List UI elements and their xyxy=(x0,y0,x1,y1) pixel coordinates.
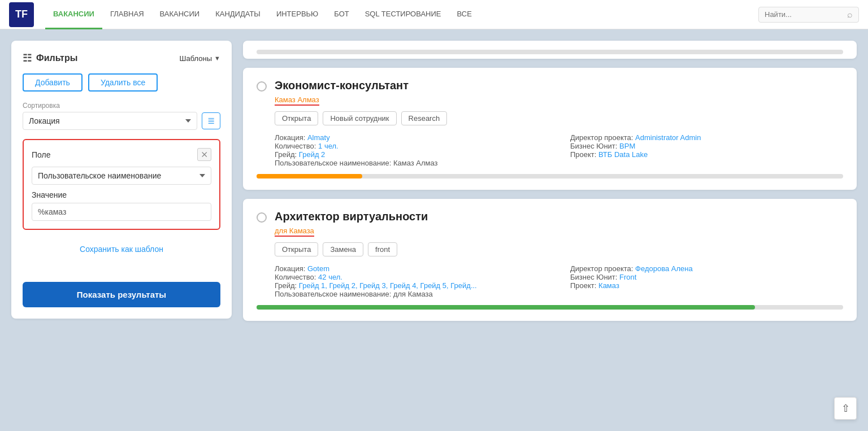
nav-links: ВАКАНСИИ ГЛАВНАЯ ВАКАНСИИ КАНДИДАТЫ ИНТЕ… xyxy=(45,0,758,29)
progress-bar-1 xyxy=(257,174,362,179)
job-tags-1: Открыта Новый сотрудник Research xyxy=(275,111,843,125)
nav-candidates[interactable]: КАНДИДАТЫ xyxy=(207,0,268,29)
job-card-header-2: Архитектор виртуальности для Камаза xyxy=(257,210,843,237)
filter-value-input[interactable] xyxy=(32,203,211,221)
filter-header: ☷ Фильтры Шаблоны ▼ xyxy=(23,52,220,64)
job-card-2: Архитектор виртуальности для Камаза Откр… xyxy=(243,199,857,321)
search-bar: ⌕ xyxy=(758,7,859,23)
detail-bu-2: Бизнес Юнит: Front xyxy=(570,273,843,281)
sort-label: Сортировка xyxy=(23,102,220,110)
grade-link-2[interactable]: Грейд 1, Грейд 2, Грейд 3, Грейд 4, Грей… xyxy=(299,281,477,290)
add-filter-button[interactable]: Добавить xyxy=(23,73,83,92)
count-link-1[interactable]: 1 чел. xyxy=(318,142,338,150)
job-card-header-1: Экономист-консультант Камаз Алмаз xyxy=(257,79,843,106)
filter-actions: Добавить Удалить все xyxy=(23,73,220,92)
sort-section: Сортировка Локация ≣ xyxy=(23,102,220,130)
detail-grade-2: Грейд: Грейд 1, Грейд 2, Грейд 3, Грейд … xyxy=(275,281,548,290)
progress-bar-container-2 xyxy=(257,305,843,310)
job-title-area-2: Архитектор виртуальности для Камаза xyxy=(275,210,843,237)
director-link-1[interactable]: Administrator Admin xyxy=(635,133,701,142)
detail-custom-name-2: Пользовательское наименование: для Камаз… xyxy=(275,290,548,298)
sort-row: Локация ≣ xyxy=(23,112,220,130)
job-title-1: Экономист-консультант xyxy=(275,79,843,92)
show-results-button[interactable]: Показать результаты xyxy=(23,282,220,307)
location-link-2[interactable]: Gotem xyxy=(307,264,329,273)
filter-panel: ☷ Фильтры Шаблоны ▼ Добавить Удалить все… xyxy=(11,41,232,319)
nav-sql[interactable]: SQL ТЕСТИРОВАНИЕ xyxy=(357,0,449,29)
nav-bot[interactable]: БОТ xyxy=(326,0,357,29)
search-icon: ⌕ xyxy=(847,10,853,20)
filter-icon: ☷ xyxy=(23,52,32,64)
nav-home[interactable]: ГЛАВНАЯ xyxy=(102,0,152,29)
job-tag: Замена xyxy=(323,242,363,256)
progress-bar-container-1 xyxy=(257,174,843,179)
grade-link-1[interactable]: Грейд 2 xyxy=(299,150,325,159)
remove-all-button[interactable]: Удалить все xyxy=(88,73,158,92)
nav-all[interactable]: ВСЕ xyxy=(449,0,480,29)
nav-vacancies[interactable]: ВАКАНСИИ xyxy=(152,0,208,29)
project-link-1[interactable]: ВТБ Data Lake xyxy=(598,150,648,159)
detail-custom-name-1: Пользовательское наименование: Камаз Алм… xyxy=(275,159,548,167)
detail-count-1: Количество: 1 чел. xyxy=(275,142,548,150)
detail-project-1: Проект: ВТБ Data Lake xyxy=(570,150,843,159)
detail-location-1: Локация: Almaty xyxy=(275,133,548,142)
detail-count-2: Количество: 42 чел. xyxy=(275,273,548,281)
job-subtitle-1: Камаз Алмаз xyxy=(275,95,319,106)
job-tag: Открыта xyxy=(275,242,318,256)
filter-block: Поле ⨯ Пользовательское наименование Зна… xyxy=(23,139,220,230)
detail-director-1: Директор проекта: Administrator Admin xyxy=(570,133,843,142)
job-radio-2[interactable] xyxy=(257,212,267,223)
project-link-2[interactable]: Камаз xyxy=(598,281,619,290)
director-link-2[interactable]: Федорова Алена xyxy=(635,264,693,273)
results-panel: Экономист-консультант Камаз Алмаз Открыт… xyxy=(232,41,857,420)
count-link-2[interactable]: 42 чел. xyxy=(318,273,342,281)
job-title-area-1: Экономист-консультант Камаз Алмаз xyxy=(275,79,843,106)
detail-director-2: Директор проекта: Федорова Алена xyxy=(570,264,843,273)
job-subtitle-2: для Камаза xyxy=(275,227,314,237)
detail-bu-1: Бизнес Юнит: BPM xyxy=(570,142,843,150)
filter-title: ☷ Фильтры xyxy=(23,52,77,64)
job-tag: Открыта xyxy=(275,111,318,125)
sort-order-button[interactable]: ≣ xyxy=(202,112,220,129)
navbar: TF ВАКАНСИИ ГЛАВНАЯ ВАКАНСИИ КАНДИДАТЫ И… xyxy=(0,0,868,29)
job-tags-2: Открыта Замена front xyxy=(275,242,843,256)
partial-top-card xyxy=(243,41,857,59)
filter-title-text: Фильтры xyxy=(36,53,77,63)
delete-filter-button[interactable]: ⨯ xyxy=(197,148,211,161)
job-details-2: Локация: Gotem Количество: 42 чел. Грейд… xyxy=(275,264,843,298)
job-details-1: Локация: Almaty Количество: 1 чел. Грейд… xyxy=(275,133,843,167)
search-input[interactable] xyxy=(765,10,844,19)
detail-location-2: Локация: Gotem xyxy=(275,264,548,273)
chevron-down-icon: ▼ xyxy=(214,55,220,62)
main-layout: ☷ Фильтры Шаблоны ▼ Добавить Удалить все… xyxy=(0,29,868,431)
job-tag: Research xyxy=(401,111,448,125)
bu-link-2[interactable]: Front xyxy=(619,273,636,281)
location-link-1[interactable]: Almaty xyxy=(307,133,330,142)
bu-link-1[interactable]: BPM xyxy=(619,142,635,150)
save-template-button[interactable]: Сохранить как шаблон xyxy=(23,239,220,259)
progress-bar-2 xyxy=(257,305,755,310)
field-label: Поле xyxy=(32,150,51,159)
value-label: Значение xyxy=(32,190,211,199)
filter-block-header: Поле ⨯ xyxy=(32,148,211,161)
templates-button[interactable]: Шаблоны ▼ xyxy=(180,54,220,63)
nav-vacancies-active[interactable]: ВАКАНСИИ xyxy=(45,0,102,29)
job-title-2: Архитектор виртуальности xyxy=(275,210,843,223)
scroll-top-button[interactable]: ⇧ xyxy=(834,397,857,420)
job-radio-1[interactable] xyxy=(257,81,267,92)
logo: TF xyxy=(9,2,34,27)
sort-select[interactable]: Локация xyxy=(23,112,197,130)
job-tag: Новый сотрудник xyxy=(323,111,396,125)
detail-grade-1: Грейд: Грейд 2 xyxy=(275,150,548,159)
job-card-1: Экономист-консультант Камаз Алмаз Открыт… xyxy=(243,68,857,190)
field-select[interactable]: Пользовательское наименование xyxy=(32,167,211,185)
templates-label: Шаблоны xyxy=(180,54,212,63)
detail-project-2: Проект: Камаз xyxy=(570,281,843,290)
nav-interview[interactable]: ИНТЕРВЬЮ xyxy=(268,0,326,29)
job-tag: front xyxy=(368,242,397,256)
